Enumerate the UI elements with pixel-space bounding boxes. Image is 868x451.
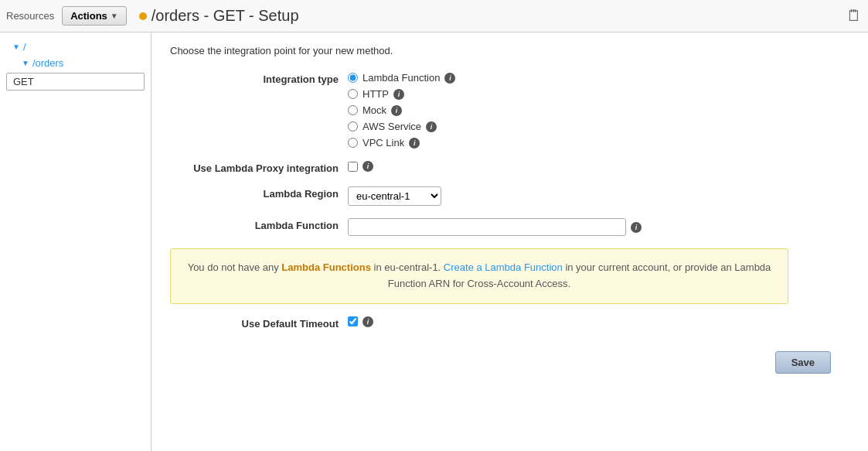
aws-info-icon[interactable]: i	[426, 121, 437, 132]
intro-text: Choose the integration point for your ne…	[170, 45, 849, 56]
lambda-region-row: Lambda Region us-east-1 us-east-2 us-wes…	[170, 186, 788, 206]
sidebar-item-orders[interactable]: ▼ /orders	[0, 55, 151, 71]
main-layout: ▼ / ▼ /orders GET Choose the integration…	[0, 32, 868, 451]
warning-bold: Lambda Functions	[281, 261, 371, 273]
warning-box: You do not have any Lambda Functions in …	[170, 248, 788, 304]
create-lambda-link[interactable]: Create a Lambda Function	[444, 261, 563, 273]
sidebar: ▼ / ▼ /orders GET	[0, 32, 151, 451]
page-title: /orders - GET - Setup	[139, 7, 299, 25]
mock-info-icon[interactable]: i	[391, 105, 402, 116]
radio-http[interactable]: HTTP i	[348, 88, 788, 100]
default-timeout-label: Use Default Timeout	[170, 316, 348, 330]
lambda-function-row: Lambda Function i	[170, 218, 788, 236]
aws-option-label: AWS Service	[363, 121, 421, 132]
default-timeout-row: Use Default Timeout i	[170, 316, 788, 330]
orange-dot-icon	[139, 12, 147, 20]
lambda-proxy-label: Use Lambda Proxy integration	[170, 161, 348, 174]
sidebar-item-root[interactable]: ▼ /	[0, 39, 151, 55]
page-title-text: /orders - GET - Setup	[151, 7, 299, 25]
chevron-down-icon: ▼	[22, 59, 29, 67]
top-bar: Resources Actions ▼ /orders - GET - Setu…	[0, 0, 868, 32]
radio-lambda[interactable]: Lambda Function i	[348, 72, 788, 84]
timeout-info-icon[interactable]: i	[363, 316, 373, 327]
save-button[interactable]: Save	[775, 351, 831, 374]
clipboard-icon: 🗒	[846, 7, 862, 24]
lambda-function-info-icon[interactable]: i	[631, 222, 642, 233]
get-label: GET	[13, 76, 34, 87]
form-section: Integration type Lambda Function i HTTP …	[170, 72, 788, 330]
http-info-icon[interactable]: i	[393, 89, 404, 100]
radio-lambda-input[interactable]	[348, 73, 358, 83]
proxy-info-icon[interactable]: i	[363, 161, 373, 172]
top-bar-right: 🗒	[846, 7, 862, 25]
warning-mid: in eu-central-1.	[371, 261, 444, 273]
lambda-info-icon[interactable]: i	[444, 73, 455, 84]
radio-http-input[interactable]	[348, 89, 358, 99]
actions-button[interactable]: Actions ▼	[62, 6, 127, 26]
timeout-checkbox-row: i	[348, 316, 788, 327]
proxy-checkbox-row: i	[348, 161, 788, 172]
chevron-down-icon: ▼	[111, 12, 118, 20]
lambda-function-label: Lambda Function	[170, 218, 348, 231]
radio-vpc-input[interactable]	[348, 138, 358, 148]
mock-option-label: Mock	[363, 104, 386, 116]
root-link[interactable]: /	[23, 41, 26, 53]
radio-mock[interactable]: Mock i	[348, 104, 788, 116]
content-area: Choose the integration point for your ne…	[151, 32, 868, 451]
http-option-label: HTTP	[363, 88, 389, 100]
radio-vpc-link[interactable]: VPC Link i	[348, 137, 788, 149]
resources-label: Resources	[6, 10, 54, 22]
lambda-region-label: Lambda Region	[170, 186, 348, 200]
save-row: Save	[170, 342, 849, 386]
vpc-info-icon[interactable]: i	[409, 138, 420, 149]
radio-group: Lambda Function i HTTP i Mock i	[348, 72, 788, 149]
lambda-function-control: i	[348, 218, 788, 236]
default-timeout-control: i	[348, 316, 788, 327]
lambda-function-input[interactable]	[348, 218, 626, 236]
lambda-proxy-checkbox[interactable]	[348, 162, 358, 172]
integration-type-label: Integration type	[170, 72, 348, 85]
radio-aws-service[interactable]: AWS Service i	[348, 121, 788, 132]
default-timeout-checkbox[interactable]	[348, 316, 358, 326]
warning-prefix: You do not have any	[188, 261, 282, 273]
orders-link[interactable]: /orders	[32, 57, 63, 69]
radio-mock-input[interactable]	[348, 105, 358, 115]
chevron-down-icon: ▼	[12, 43, 20, 51]
sidebar-item-get[interactable]: GET	[6, 73, 145, 91]
lambda-region-control: us-east-1 us-east-2 us-west-1 us-west-2 …	[348, 186, 788, 206]
integration-type-row: Integration type Lambda Function i HTTP …	[170, 72, 788, 149]
lambda-proxy-control: i	[348, 161, 788, 172]
lambda-region-select[interactable]: us-east-1 us-east-2 us-west-1 us-west-2 …	[348, 186, 441, 206]
integration-type-control: Lambda Function i HTTP i Mock i	[348, 72, 788, 149]
lambda-option-label: Lambda Function	[363, 72, 440, 84]
radio-aws-input[interactable]	[348, 121, 358, 132]
vpc-option-label: VPC Link	[363, 137, 404, 149]
actions-label: Actions	[70, 10, 107, 22]
lambda-proxy-row: Use Lambda Proxy integration i	[170, 161, 788, 174]
